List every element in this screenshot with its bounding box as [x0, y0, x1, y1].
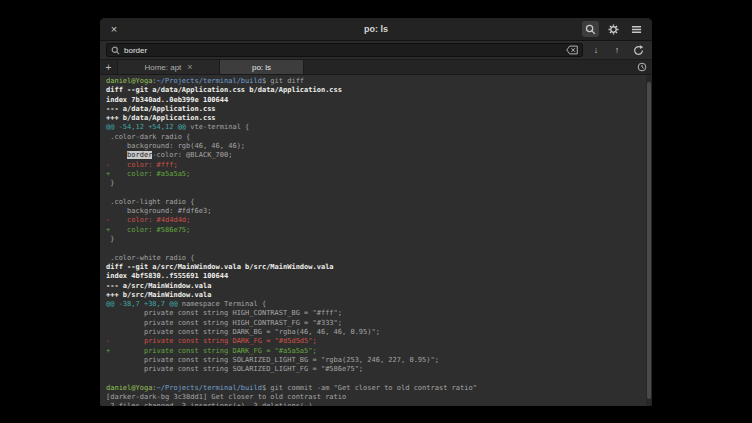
search-input-magnifier-icon: [111, 46, 120, 55]
closed-tabs-button[interactable]: [632, 60, 652, 74]
backspace-clear-icon: [566, 45, 578, 55]
terminal-line: @@ -54,12 +54,12 @@ vte-terminal {: [106, 123, 644, 132]
tab-close-icon[interactable]: ×: [187, 63, 192, 72]
settings-button[interactable]: [605, 21, 622, 37]
terminal-line: [106, 244, 644, 253]
hamburger-icon: [631, 24, 642, 35]
terminal-line: +++ b/data/Application.css: [106, 114, 644, 123]
plus-icon: +: [106, 62, 112, 73]
terminal-line: - color: #fff;: [106, 161, 644, 170]
scrollbar[interactable]: [646, 75, 652, 406]
terminal-content: daniel@Yoga:~/Projects/terminal/build$ g…: [106, 77, 644, 406]
search-bar: ↓ ↑: [100, 41, 652, 60]
window-close-button[interactable]: ×: [107, 22, 121, 36]
clock-icon: [637, 62, 647, 72]
terminal-line: background: rgb(46, 46, 46);: [106, 142, 644, 151]
terminal-line: .color-dark radio {: [106, 133, 644, 142]
terminal-line: }: [106, 235, 644, 244]
terminal-line: private const string DARK_BG = "rgba(46,…: [106, 328, 644, 337]
terminal-viewport[interactable]: daniel@Yoga:~/Projects/terminal/build$ g…: [100, 75, 652, 406]
terminal-line: diff --git a/data/Application.css b/data…: [106, 86, 644, 95]
terminal-line: daniel@Yoga:~/Projects/terminal/build$ g…: [106, 384, 644, 393]
tab-label: Home: apt: [144, 63, 181, 72]
tab-po-ls[interactable]: po: ls: [220, 60, 304, 74]
terminal-line: --- a/src/MainWindow.vala: [106, 282, 644, 291]
terminal-line: private const string SOLARIZED_LIGHT_FG …: [106, 365, 644, 374]
terminal-line: [106, 189, 644, 198]
terminal-line: +++ b/src/MainWindow.vala: [106, 291, 644, 300]
terminal-line: + color: #a5a5a5;: [106, 170, 644, 179]
terminal-line: + color: #586e75;: [106, 226, 644, 235]
tab-strip: Home: apt×po: ls: [118, 60, 304, 74]
terminal-line: border-color: @BLACK_700;: [106, 151, 644, 160]
clear-search-button[interactable]: [566, 45, 578, 55]
tab-bar: + Home: apt×po: ls: [100, 60, 652, 75]
terminal-line: private const string HIGH_CONTRAST_BG = …: [106, 309, 644, 318]
tab-home-apt[interactable]: Home: apt×: [118, 60, 220, 74]
terminal-line: - color: #4d4d4d;: [106, 216, 644, 225]
titlebar-actions: [582, 21, 645, 37]
search-wrap-button[interactable]: [630, 43, 646, 58]
search-toggle-button[interactable]: [582, 21, 599, 37]
terminal-line: --- a/data/Application.css: [106, 105, 644, 114]
terminal-line: [darker-dark-bg 3c38dd1] Get closer to o…: [106, 393, 644, 402]
terminal-window: × po: ls: [100, 18, 652, 406]
new-tab-button[interactable]: +: [100, 60, 118, 74]
terminal-line: @@ -38,7 +38,7 @@ namespace Terminal {: [106, 300, 644, 309]
search-input-container[interactable]: [106, 43, 583, 57]
scrollbar-thumb[interactable]: [647, 82, 651, 399]
terminal-line: diff --git a/src/MainWindow.vala b/src/M…: [106, 263, 644, 272]
terminal-line: }: [106, 179, 644, 188]
terminal-line: .color-white radio {: [106, 254, 644, 263]
search-input[interactable]: [124, 46, 562, 55]
arrow-down-icon: ↓: [594, 45, 599, 55]
terminal-line: + private const string DARK_FG = "#a5a5a…: [106, 347, 644, 356]
terminal-line: index 4bf5830..f555691 100644: [106, 272, 644, 281]
terminal-line: 2 files changed, 3 insertions(+), 3 dele…: [106, 402, 644, 406]
terminal-line: - private const string DARK_FG = "#d5d5d…: [106, 337, 644, 346]
arrow-up-icon: ↑: [615, 45, 620, 55]
terminal-line: background: #fdf6e3;: [106, 207, 644, 216]
gear-icon: [608, 24, 619, 35]
search-match-highlight: border: [127, 151, 152, 159]
find-next-button[interactable]: ↓: [588, 43, 604, 58]
circular-arrow-icon: [633, 45, 644, 56]
find-previous-button[interactable]: ↑: [609, 43, 625, 58]
terminal-line: daniel@Yoga:~/Projects/terminal/build$ g…: [106, 77, 644, 86]
terminal-line: [106, 375, 644, 384]
search-icon: [585, 24, 596, 35]
window-title: po: ls: [100, 24, 652, 34]
terminal-line: .color-light radio {: [106, 198, 644, 207]
terminal-line: private const string SOLARIZED_LIGHT_BG …: [106, 356, 644, 365]
tab-label: po: ls: [252, 63, 271, 72]
titlebar[interactable]: × po: ls: [100, 18, 652, 41]
terminal-line: private const string HIGH_CONTRAST_FG = …: [106, 319, 644, 328]
terminal-line: index 7b340ad..0eb399e 100644: [106, 96, 644, 105]
menu-button[interactable]: [628, 21, 645, 37]
close-icon: ×: [111, 24, 117, 35]
